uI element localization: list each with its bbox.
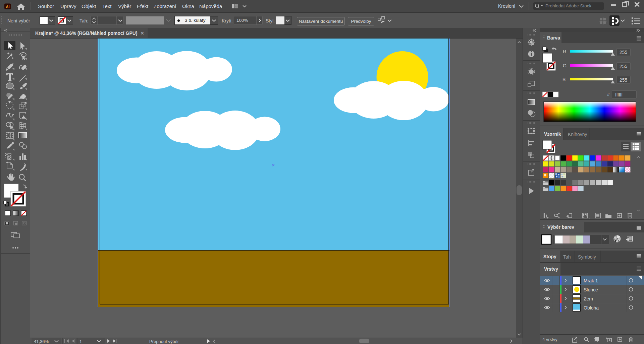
svg-text:Ai: Ai bbox=[6, 5, 10, 9]
